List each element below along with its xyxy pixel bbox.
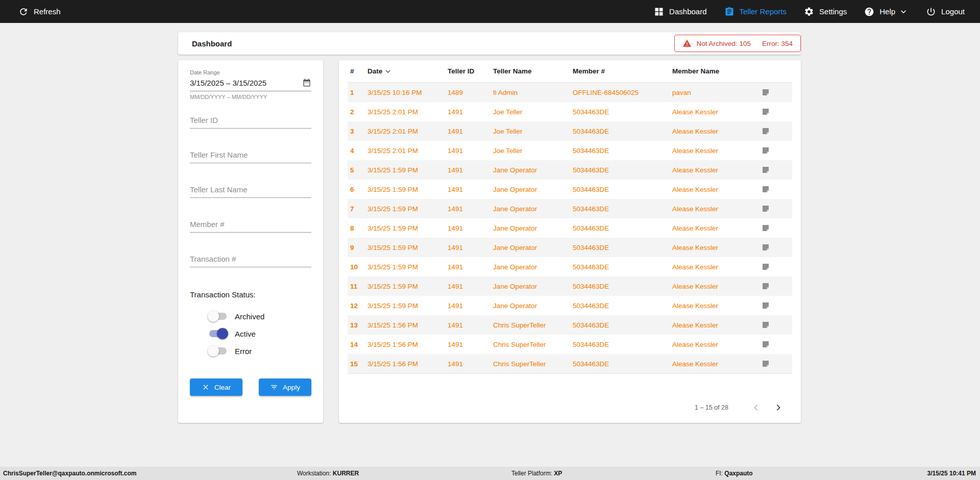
row-member-number: OFFLINE-684506025 bbox=[573, 89, 672, 96]
nav-help[interactable]: Help bbox=[864, 7, 909, 17]
row-member-number: 5034463DE bbox=[573, 283, 672, 290]
note-icon[interactable] bbox=[762, 282, 770, 290]
column-header-member-number[interactable]: Member # bbox=[573, 67, 672, 75]
table-row[interactable]: 4 3/15/25 2:01 PM 1491 Joe Teller 503446… bbox=[348, 141, 792, 160]
note-icon[interactable] bbox=[762, 340, 770, 348]
active-toggle[interactable]: Active bbox=[208, 327, 311, 340]
table-row[interactable]: 1 3/15/25 10:16 PM 1489 fi Admin OFFLINE… bbox=[348, 83, 792, 102]
table-row[interactable]: 5 3/15/25 1:59 PM 1491 Jane Operator 503… bbox=[348, 160, 792, 180]
refresh-button[interactable]: Refresh bbox=[18, 7, 61, 17]
row-teller-name: Chris SuperTeller bbox=[493, 341, 573, 348]
note-icon[interactable] bbox=[762, 224, 770, 232]
active-switch bbox=[208, 327, 228, 340]
table-row[interactable]: 6 3/15/25 1:59 PM 1491 Jane Operator 503… bbox=[348, 180, 792, 199]
note-icon[interactable] bbox=[762, 263, 770, 271]
note-cell bbox=[762, 301, 792, 310]
note-icon[interactable] bbox=[762, 243, 770, 251]
row-teller-id: 1491 bbox=[448, 128, 493, 135]
note-cell bbox=[762, 340, 792, 348]
table-row[interactable]: 15 3/15/25 1:56 PM 1491 Chris SuperTelle… bbox=[348, 354, 792, 373]
table-row[interactable]: 9 3/15/25 1:59 PM 1491 Jane Operator 503… bbox=[348, 238, 792, 257]
row-number: 14 bbox=[350, 341, 368, 348]
page-header-card: Dashboard Not Archived: 105 Error: 354 bbox=[178, 32, 801, 55]
transaction-number-input[interactable] bbox=[190, 252, 311, 267]
table-row[interactable]: 10 3/15/25 1:59 PM 1491 Jane Operator 50… bbox=[348, 257, 792, 276]
note-icon[interactable] bbox=[762, 360, 770, 368]
row-member-name: Alease Kessler bbox=[672, 186, 762, 193]
clear-button[interactable]: Clear bbox=[190, 378, 242, 396]
teller-last-name-input[interactable] bbox=[190, 183, 311, 198]
workstation-info: Workstation: KURRER bbox=[297, 467, 359, 480]
column-header-teller-name[interactable]: Teller Name bbox=[493, 67, 573, 75]
previous-page-button[interactable] bbox=[750, 401, 762, 414]
table-row[interactable]: 11 3/15/25 1:59 PM 1491 Jane Operator 50… bbox=[348, 276, 792, 296]
transactions-table-card: # Date Teller ID Teller Name Member # Me… bbox=[339, 60, 801, 423]
sort-desc-icon bbox=[383, 67, 393, 76]
note-icon[interactable] bbox=[762, 127, 770, 135]
nav-settings[interactable]: Settings bbox=[804, 7, 847, 17]
note-icon[interactable] bbox=[762, 185, 770, 193]
calendar-icon[interactable] bbox=[302, 78, 311, 87]
row-teller-name: Jane Operator bbox=[493, 166, 573, 174]
table-row[interactable]: 12 3/15/25 1:59 PM 1491 Jane Operator 50… bbox=[348, 296, 792, 315]
row-member-number: 5034463DE bbox=[573, 147, 672, 155]
note-icon[interactable] bbox=[762, 166, 770, 174]
row-number: 5 bbox=[350, 166, 368, 174]
teller-first-name-input[interactable] bbox=[190, 148, 311, 163]
note-icon[interactable] bbox=[762, 321, 770, 329]
column-header-teller-id[interactable]: Teller ID bbox=[448, 67, 493, 75]
clear-label: Clear bbox=[214, 384, 231, 391]
status-bar: ChrisSuperTeller@qaxpauto.onmicrosoft.co… bbox=[0, 467, 980, 480]
column-header-number[interactable]: # bbox=[350, 67, 368, 75]
note-cell bbox=[762, 205, 792, 213]
table-row[interactable]: 13 3/15/25 1:56 PM 1491 Chris SuperTelle… bbox=[348, 315, 792, 335]
row-number: 10 bbox=[350, 263, 368, 271]
row-teller-id: 1491 bbox=[448, 360, 493, 368]
note-icon[interactable] bbox=[762, 146, 770, 155]
nav-logout[interactable]: Logout bbox=[926, 7, 965, 17]
top-nav-items: Dashboard Teller Reports Settings Help L… bbox=[654, 7, 965, 17]
teller-id-input[interactable] bbox=[190, 114, 311, 129]
column-header-member-name[interactable]: Member Name bbox=[672, 67, 762, 75]
note-icon[interactable] bbox=[762, 88, 770, 96]
row-member-number: 5034463DE bbox=[573, 166, 672, 174]
pagination: 1 – 15 of 28 bbox=[695, 401, 785, 414]
financial-institution-info: FI: Qaxpauto bbox=[716, 467, 753, 480]
table-row[interactable]: 7 3/15/25 1:59 PM 1491 Jane Operator 503… bbox=[348, 199, 792, 218]
nav-teller-reports[interactable]: Teller Reports bbox=[724, 7, 787, 17]
refresh-label: Refresh bbox=[34, 7, 61, 16]
table-row[interactable]: 14 3/15/25 1:56 PM 1491 Chris SuperTelle… bbox=[348, 335, 792, 354]
member-number-input[interactable] bbox=[190, 218, 311, 233]
row-number: 13 bbox=[350, 321, 368, 329]
row-teller-id: 1491 bbox=[448, 205, 493, 213]
note-icon[interactable] bbox=[762, 205, 770, 213]
date-range-input[interactable]: 3/15/2025 – 3/15/2025 bbox=[190, 78, 311, 91]
error-toggle[interactable]: Error bbox=[208, 345, 311, 357]
row-member-number: 5034463DE bbox=[573, 263, 672, 271]
note-icon[interactable] bbox=[762, 301, 770, 310]
table-row[interactable]: 2 3/15/25 2:01 PM 1491 Joe Teller 503446… bbox=[348, 102, 792, 121]
top-nav-bar: Refresh Dashboard Teller Reports Setting… bbox=[0, 0, 980, 23]
nav-label: Help bbox=[879, 7, 895, 16]
filter-panel: Date Range 3/15/2025 – 3/15/2025 MM/DD/Y… bbox=[178, 60, 323, 423]
nav-dashboard[interactable]: Dashboard bbox=[654, 7, 706, 17]
note-cell bbox=[762, 360, 792, 368]
toggle-label: Archived bbox=[235, 312, 264, 321]
archived-toggle[interactable]: Archived bbox=[208, 310, 311, 322]
refresh-icon bbox=[18, 7, 29, 17]
table-row[interactable]: 3 3/15/25 2:01 PM 1491 Joe Teller 503446… bbox=[348, 121, 792, 141]
row-number: 6 bbox=[350, 186, 368, 193]
row-teller-id: 1491 bbox=[448, 108, 493, 116]
row-member-number: 5034463DE bbox=[573, 108, 672, 116]
row-member-number: 5034463DE bbox=[573, 205, 672, 213]
apply-button[interactable]: Apply bbox=[259, 378, 311, 396]
note-cell bbox=[762, 146, 792, 155]
column-header-date[interactable]: Date bbox=[368, 67, 448, 76]
next-page-button[interactable] bbox=[772, 401, 785, 414]
row-teller-id: 1491 bbox=[448, 244, 493, 251]
table-row[interactable]: 8 3/15/25 1:59 PM 1491 Jane Operator 503… bbox=[348, 218, 792, 238]
note-cell bbox=[762, 127, 792, 135]
filter-icon bbox=[270, 383, 278, 391]
teller-platform-info: Teller Platform: XP bbox=[511, 467, 562, 480]
note-icon[interactable] bbox=[762, 108, 770, 116]
